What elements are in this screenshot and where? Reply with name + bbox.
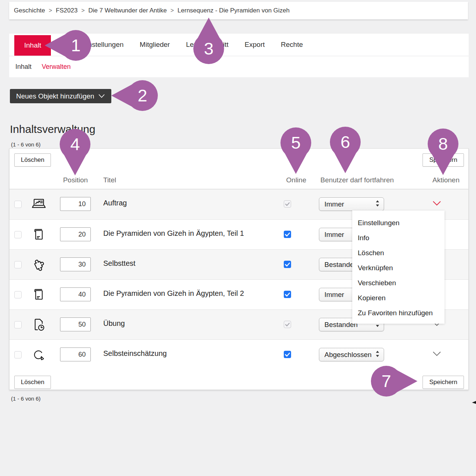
online-checkbox (284, 200, 291, 208)
proceed-select[interactable]: Immer (319, 197, 384, 211)
tab-lernfortschritt[interactable]: Lernfortschritt (186, 41, 228, 49)
menu-item-einstellungen[interactable]: Einstellungen (352, 215, 445, 230)
row-title: Die Pyramiden von Gizeh in Ägypten, Teil… (103, 289, 244, 298)
proceed-select[interactable]: Abgeschlossen (319, 348, 384, 361)
tab-mitglieder[interactable]: Mitglieder (140, 41, 170, 49)
puzzle-icon (30, 256, 47, 273)
callout-marker-2: 2 (124, 78, 161, 130)
subtab-verwalten[interactable]: Verwalten (42, 63, 71, 71)
save-button-bottom[interactable]: Speichern (423, 376, 464, 389)
laptop-chart-icon (30, 196, 47, 213)
menu-item-zu-favoriten-hinzuf-gen[interactable]: Zu Favoriten hinzufügen (352, 305, 445, 320)
proceed-select-value: Abgeschlossen (324, 351, 376, 359)
actions-chevron-icon[interactable] (432, 350, 442, 357)
position-input[interactable] (60, 197, 91, 211)
page-title: Inhaltsverwaltung (10, 123, 95, 135)
callout-number: 2 (124, 85, 161, 107)
subtab-bar: InhaltVerwalten (9, 56, 469, 77)
delete-button-bottom[interactable]: Löschen (14, 376, 51, 389)
column-header-title: Titel (103, 176, 116, 184)
select-arrows-icon (376, 351, 379, 359)
actions-chevron-icon[interactable] (432, 200, 442, 207)
column-header-online: Online (284, 176, 308, 184)
online-checkbox[interactable] (284, 261, 291, 268)
column-header-position: Position (60, 176, 91, 184)
learning-module-icon (30, 286, 47, 303)
position-input[interactable] (60, 317, 91, 331)
select-arrows-icon (376, 200, 379, 208)
learning-module-icon (30, 226, 47, 243)
row-title: Auftrag (103, 199, 127, 207)
tab-rechte[interactable]: Rechte (281, 41, 303, 49)
column-header-actions: Aktionen (429, 176, 462, 184)
row-title: Übung (103, 319, 125, 328)
menu-item-l-schen[interactable]: Löschen (352, 245, 445, 260)
tab-einstellungen[interactable]: Einstellungen (82, 41, 123, 49)
row-select-checkbox[interactable] (14, 321, 22, 328)
row-select-checkbox[interactable] (14, 291, 22, 298)
position-input[interactable] (60, 287, 91, 301)
result-range-bottom: (1 - 6 von 6) (11, 395, 41, 402)
online-checkbox (284, 321, 291, 328)
cursor-artifact (472, 401, 476, 404)
add-new-object-button[interactable]: Neues Objekt hinzufügen (10, 89, 111, 103)
row-select-checkbox[interactable] (14, 201, 22, 208)
tab-bar: InhaltEinstellungenMitgliederLernfortsch… (9, 34, 469, 56)
ilias-content-admin-page: Geschichte>FS2023>Die 7 Weltwunder der A… (0, 0, 476, 476)
online-checkbox[interactable] (284, 291, 291, 298)
result-range-top: (1 - 6 von 6) (11, 141, 41, 148)
chevron-down-icon (98, 94, 105, 98)
breadcrumb-item[interactable]: Die 7 Weltwunder der Antike (88, 7, 167, 14)
breadcrumb-item[interactable]: FS2023 (56, 7, 78, 14)
row-select-checkbox[interactable] (14, 231, 22, 238)
subtab-inhalt[interactable]: Inhalt (15, 63, 31, 71)
pie-chart-icon (30, 346, 47, 363)
save-button-top[interactable]: Speichern (423, 153, 464, 167)
position-input[interactable] (60, 257, 91, 271)
row-title: Die Pyramiden von Gizeh in Ägypten, Teil… (103, 229, 244, 238)
add-new-object-label: Neues Objekt hinzufügen (16, 92, 94, 100)
tab-export[interactable]: Export (245, 41, 265, 49)
breadcrumb: Geschichte>FS2023>Die 7 Weltwunder der A… (9, 2, 468, 19)
menu-item-verkn-pfen[interactable]: Verknüpfen (352, 260, 445, 275)
menu-item-verschieben[interactable]: Verschieben (352, 275, 445, 290)
file-clock-icon (30, 316, 47, 333)
menu-item-kopieren[interactable]: Kopieren (352, 290, 445, 305)
tab-inhalt[interactable]: Inhalt (14, 35, 51, 56)
row-title: Selbsteinschätzung (103, 349, 167, 358)
online-checkbox[interactable] (284, 351, 291, 358)
online-checkbox[interactable] (284, 231, 291, 238)
table-row: Selbsteinschätzung Abgeschlossen (10, 339, 468, 369)
breadcrumb-separator: > (81, 7, 85, 14)
breadcrumb-item[interactable]: Lernsequenz - Die Pyramiden von Gizeh (178, 7, 290, 14)
delete-button-top[interactable]: Löschen (14, 153, 51, 167)
breadcrumb-separator: > (170, 7, 174, 14)
column-header-proceed: Benutzer darf fortfahren (320, 176, 394, 184)
breadcrumb-separator: > (49, 7, 52, 14)
proceed-select-value: Immer (324, 200, 376, 208)
breadcrumb-item[interactable]: Geschichte (14, 7, 45, 14)
row-select-checkbox[interactable] (14, 261, 22, 268)
actions-dropdown-menu: EinstellungenInfoLöschenVerknüpfenVersch… (352, 211, 445, 324)
position-input[interactable] (60, 347, 91, 361)
position-input[interactable] (60, 227, 91, 241)
row-title: Selbsttest (103, 259, 135, 268)
row-select-checkbox[interactable] (14, 351, 22, 358)
menu-item-info[interactable]: Info (352, 230, 445, 245)
